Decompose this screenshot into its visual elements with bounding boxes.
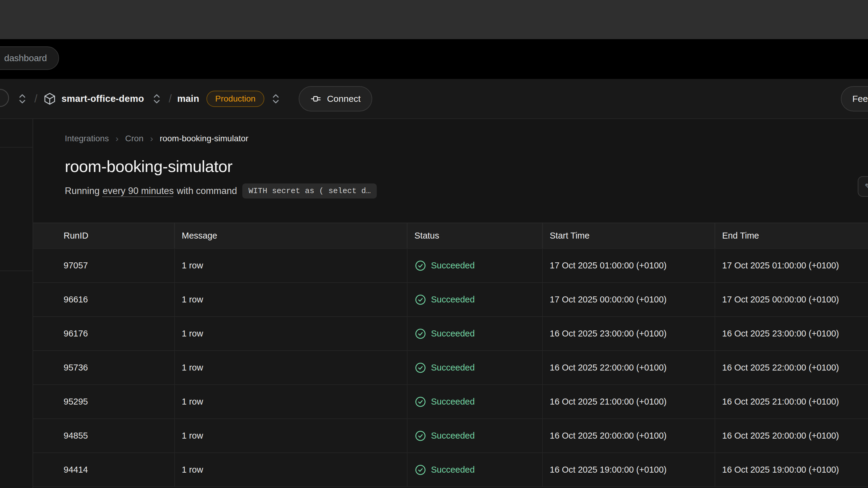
cell-run-id: 94414 — [33, 453, 174, 487]
cell-start-time: 16 Oct 2025 21:00:00 (+0100) — [542, 385, 715, 418]
path-separator: / — [34, 93, 37, 105]
cell-message: 1 row — [174, 385, 407, 418]
table-row[interactable]: 966161 rowSucceeded17 Oct 2025 00:00:00 … — [33, 283, 868, 317]
edit-icon: ✎ — [865, 182, 868, 191]
cell-start-time: 16 Oct 2025 20:00:00 (+0100) — [542, 419, 715, 452]
cell-message: 1 row — [174, 351, 407, 384]
check-circle-icon — [414, 430, 427, 442]
browser-chrome-bar — [0, 0, 868, 39]
project-switcher-chevron-icon[interactable] — [150, 91, 163, 107]
column-header-runid: RunID — [33, 223, 174, 248]
feedback-button[interactable]: Feedback — [841, 86, 868, 111]
environment-badge: Production — [207, 91, 264, 107]
cell-start-time: 16 Oct 2025 19:00:00 (+0100) — [542, 453, 715, 487]
status-label: Succeeded — [431, 329, 475, 338]
cell-end-time: 16 Oct 2025 19:00:00 (+0100) — [715, 453, 868, 487]
table-row[interactable]: 952951 rowSucceeded16 Oct 2025 21:00:00 … — [33, 385, 868, 419]
collapsed-sidebar — [0, 119, 33, 488]
cell-start-time: 17 Oct 2025 00:00:00 (+0100) — [542, 283, 715, 316]
connect-button[interactable]: Connect — [299, 86, 372, 111]
status-label: Succeeded — [431, 363, 475, 372]
column-header-end: End Time — [715, 223, 868, 248]
check-circle-icon — [414, 464, 427, 476]
tab-strip: dashboard — [0, 39, 868, 79]
breadcrumb-cron[interactable]: Cron — [125, 134, 144, 143]
cell-start-time: 17 Oct 2025 01:00:00 (+0100) — [542, 249, 715, 282]
cell-message: 1 row — [174, 419, 407, 452]
project-cube-icon — [43, 92, 57, 106]
branch-name[interactable]: main — [177, 93, 199, 104]
cell-status: Succeeded — [407, 385, 542, 418]
schedule-interval[interactable]: every 90 minutes — [102, 186, 174, 196]
cell-message: 1 row — [174, 283, 407, 316]
schedule-middle: with command — [177, 186, 237, 196]
cell-message: 1 row — [174, 249, 407, 282]
runs-table: RunID Message Status Start Time End Time… — [33, 223, 868, 487]
cell-message: 1 row — [174, 453, 407, 487]
cell-status: Succeeded — [407, 249, 542, 282]
status-label: Succeeded — [431, 465, 475, 475]
table-header-row: RunID Message Status Start Time End Time — [33, 223, 868, 249]
cell-run-id: 95736 — [33, 351, 174, 384]
breadcrumb-current: room-booking-simulator — [160, 134, 248, 143]
chevron-right-icon: › — [116, 133, 119, 144]
environment-bar: / smart-office-demo / main Production Co… — [0, 79, 868, 119]
cell-run-id: 96176 — [33, 317, 174, 350]
status-label: Succeeded — [431, 295, 475, 304]
chevron-right-icon: › — [150, 133, 153, 144]
cell-status: Succeeded — [407, 351, 542, 384]
table-row[interactable]: 948551 rowSucceeded16 Oct 2025 20:00:00 … — [33, 419, 868, 453]
schedule-prefix: Running — [65, 186, 99, 196]
cell-run-id: 96616 — [33, 283, 174, 316]
plug-icon — [310, 93, 322, 105]
sidebar-section — [0, 119, 33, 148]
org-switcher-chevron-icon[interactable] — [16, 91, 29, 107]
check-circle-icon — [414, 328, 427, 340]
cell-run-id: 95295 — [33, 385, 174, 418]
cell-run-id: 97057 — [33, 249, 174, 282]
edge-action-button[interactable]: ✎ — [858, 176, 868, 197]
org-avatar[interactable] — [0, 89, 9, 107]
cell-status: Succeeded — [407, 453, 542, 487]
cell-start-time: 16 Oct 2025 23:00:00 (+0100) — [542, 317, 715, 350]
cell-end-time: 16 Oct 2025 22:00:00 (+0100) — [715, 351, 868, 384]
cell-status: Succeeded — [407, 317, 542, 350]
table-body: 970571 rowSucceeded17 Oct 2025 01:00:00 … — [33, 249, 868, 487]
cell-message: 1 row — [174, 317, 407, 350]
tab-label: dashboard — [4, 53, 47, 63]
table-row[interactable]: 944141 rowSucceeded16 Oct 2025 19:00:00 … — [33, 453, 868, 487]
breadcrumb: Integrations › Cron › room-booking-simul… — [65, 133, 868, 144]
breadcrumb-integrations[interactable]: Integrations — [65, 134, 109, 143]
page-title: room-booking-simulator — [65, 157, 868, 175]
status-label: Succeeded — [431, 397, 475, 407]
app-window: dashboard / smart-office-demo / main Pro… — [0, 0, 868, 488]
command-chip[interactable]: WITH secret as ( select d… — [242, 184, 377, 198]
sidebar-section — [0, 148, 33, 271]
table-row[interactable]: 957361 rowSucceeded16 Oct 2025 22:00:00 … — [33, 351, 868, 385]
check-circle-icon — [414, 396, 427, 408]
cell-end-time: 16 Oct 2025 21:00:00 (+0100) — [715, 385, 868, 418]
table-row[interactable]: 961761 rowSucceeded16 Oct 2025 23:00:00 … — [33, 317, 868, 351]
status-label: Succeeded — [431, 431, 475, 441]
column-header-status: Status — [407, 223, 542, 248]
table-row[interactable]: 970571 rowSucceeded17 Oct 2025 01:00:00 … — [33, 249, 868, 283]
cell-status: Succeeded — [407, 283, 542, 316]
status-label: Succeeded — [431, 261, 475, 270]
check-circle-icon — [414, 294, 427, 306]
path-separator: / — [169, 93, 172, 105]
check-circle-icon — [414, 362, 427, 374]
cell-start-time: 16 Oct 2025 22:00:00 (+0100) — [542, 351, 715, 384]
column-header-start: Start Time — [542, 223, 715, 248]
tab-dashboard[interactable]: dashboard — [0, 46, 59, 70]
feedback-label: Feedback — [852, 94, 868, 104]
cell-end-time: 16 Oct 2025 23:00:00 (+0100) — [715, 317, 868, 350]
cell-status: Succeeded — [407, 419, 542, 452]
cell-end-time: 17 Oct 2025 01:00:00 (+0100) — [715, 249, 868, 282]
cell-end-time: 17 Oct 2025 00:00:00 (+0100) — [715, 283, 868, 316]
column-header-message: Message — [174, 223, 407, 248]
branch-switcher-chevron-icon[interactable] — [269, 91, 282, 107]
project-name[interactable]: smart-office-demo — [61, 93, 144, 104]
cell-end-time: 16 Oct 2025 20:00:00 (+0100) — [715, 419, 868, 452]
check-circle-icon — [414, 260, 427, 272]
connect-label: Connect — [327, 94, 361, 104]
